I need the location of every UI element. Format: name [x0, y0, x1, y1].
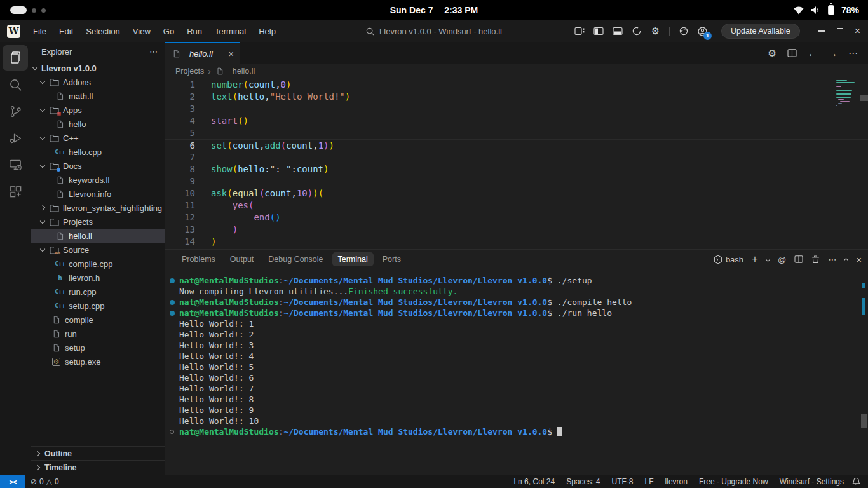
code-line-6[interactable]: 6set(count,add(count,1)) — [165, 139, 868, 151]
menu-item-edit[interactable]: Edit — [53, 27, 79, 36]
code-line-12[interactable]: 12 end() — [165, 212, 868, 224]
tree-item-compile-cpp[interactable]: C++compile.cpp — [31, 257, 165, 271]
system-clock[interactable]: Sun Dec 7 2:33 PM — [0, 5, 868, 15]
code-line-7[interactable]: 7 — [165, 151, 868, 163]
code-line-9[interactable]: 9 — [165, 175, 868, 187]
status-item-ln-6-col-24[interactable]: Ln 6, Col 24 — [508, 477, 560, 486]
code-line-11[interactable]: 11 yes( — [165, 200, 868, 212]
activity-item-remote-explorer[interactable] — [3, 152, 28, 177]
activity-item-explorer[interactable] — [3, 45, 28, 71]
tree-item-hello-cpp[interactable]: C++hello.cpp — [31, 145, 165, 159]
panel-tab-terminal[interactable]: Terminal — [332, 252, 374, 266]
terminal-profile-chevron-icon[interactable] — [766, 257, 770, 261]
customize-layout-icon[interactable] — [574, 26, 585, 37]
new-terminal-icon[interactable]: + — [752, 253, 758, 266]
status-item-free-upgrade-now[interactable]: Free - Upgrade Now — [693, 477, 774, 486]
tab-close-icon[interactable]: × — [228, 48, 234, 59]
tree-item-hello-ll[interactable]: hello.ll — [31, 229, 165, 243]
code-editor[interactable]: 1number(count,0)2text(hello,"Hello World… — [165, 78, 868, 249]
tab-hello-ll[interactable]: hello.ll × — [165, 42, 240, 64]
menu-item-help[interactable]: Help — [252, 27, 282, 36]
tree-item-llevron-h[interactable]: hllevron.h — [31, 271, 165, 285]
settings-gear-icon[interactable]: ⚙ — [650, 26, 661, 37]
command-decoration-filled[interactable] — [170, 311, 175, 316]
sidebar-more-actions-icon[interactable]: ⋯ — [149, 47, 158, 57]
navigate-back-icon[interactable]: ← — [808, 48, 817, 58]
command-decoration-hollow[interactable] — [170, 430, 174, 434]
menu-item-terminal[interactable]: Terminal — [208, 27, 252, 36]
tree-item-docs[interactable]: Docs — [31, 159, 165, 173]
menu-item-selection[interactable]: Selection — [79, 27, 126, 36]
panel-tab-debug-console[interactable]: Debug Console — [262, 252, 329, 266]
toggle-panel-icon[interactable] — [612, 26, 623, 37]
tree-item-apps[interactable]: ▦Apps — [31, 103, 165, 117]
account-icon[interactable]: 1 — [697, 26, 708, 37]
menu-item-run[interactable]: Run — [180, 27, 208, 36]
tree-item-addons[interactable]: Addons — [31, 75, 165, 89]
sync-swoosh-icon[interactable] — [678, 26, 689, 37]
command-decoration-filled[interactable] — [170, 300, 175, 305]
status-item-windsurf-settings[interactable]: Windsurf - Settings — [774, 477, 850, 486]
breadcrumb-folder[interactable]: Projects — [175, 67, 204, 76]
tree-item-llevron-info[interactable]: Llevron.info — [31, 187, 165, 201]
minimize-button[interactable] — [818, 30, 825, 32]
terminal-output[interactable]: nat@MentalMudStudios:~/Documents/Mental … — [165, 269, 868, 475]
sidebar-section-timeline[interactable]: Timeline — [31, 461, 165, 475]
split-terminal-icon[interactable] — [794, 255, 803, 263]
menu-item-view[interactable]: View — [126, 27, 157, 36]
kill-terminal-icon[interactable] — [811, 255, 820, 264]
attach-context-icon[interactable]: @ — [778, 255, 786, 264]
terminal-instance[interactable]: bash — [714, 255, 743, 264]
panel-tab-ports[interactable]: Ports — [377, 252, 407, 266]
tree-item-compile[interactable]: compile — [31, 313, 165, 327]
tree-item-source[interactable]: </>Source — [31, 243, 165, 257]
breadcrumb-file[interactable]: hello.ll — [233, 67, 255, 76]
menu-item-go[interactable]: Go — [157, 27, 180, 36]
code-line-1[interactable]: 1number(count,0) — [165, 79, 868, 91]
tree-item-setup[interactable]: setup — [31, 341, 165, 355]
navigate-forward-icon[interactable]: → — [828, 48, 837, 58]
command-center[interactable]: Llevron v1.0.0 - Windsurf - hello.ll — [358, 25, 510, 38]
sidebar-section-outline[interactable]: Outline — [31, 447, 165, 461]
tree-item-setup-exe[interactable]: ⚙setup.exe — [31, 355, 165, 369]
activity-item-source-control[interactable] — [3, 98, 28, 124]
editor-settings-gear-icon[interactable]: ⚙ — [768, 48, 776, 59]
tree-item-run-cpp[interactable]: C++run.cpp — [31, 285, 165, 299]
activity-item-search[interactable] — [3, 72, 28, 97]
activity-item-run-debug[interactable] — [3, 125, 28, 151]
panel-more-actions-icon[interactable]: ⋯ — [828, 255, 836, 264]
tree-item-setup-cpp[interactable]: C++setup.cpp — [31, 299, 165, 313]
code-line-4[interactable]: 4start() — [165, 115, 868, 127]
tree-item-c[interactable]: C++ — [31, 131, 165, 145]
split-editor-icon[interactable] — [787, 49, 797, 57]
status-item-llevron[interactable]: llevron — [660, 477, 693, 486]
status-item-spaces-4[interactable]: Spaces: 4 — [560, 477, 606, 486]
code-line-3[interactable]: 3 — [165, 103, 868, 115]
maximize-button[interactable] — [837, 28, 843, 34]
code-line-10[interactable]: 10ask(equal(count,10))( — [165, 187, 868, 200]
editor-more-actions-icon[interactable]: ⋯ — [848, 48, 858, 59]
panel-tab-problems[interactable]: Problems — [176, 252, 221, 266]
command-decoration-filled[interactable] — [170, 278, 175, 283]
code-line-8[interactable]: 8show(hello:": ":count) — [165, 163, 868, 175]
windsurf-logo[interactable]: W — [7, 25, 20, 38]
tree-item-keywords-ll[interactable]: keywords.ll — [31, 173, 165, 187]
code-line-13[interactable]: 13 ) — [165, 224, 868, 236]
tree-item-hello[interactable]: hello — [31, 117, 165, 131]
tree-item-root[interactable]: Llevron v1.0.0 — [31, 61, 165, 75]
problems-status[interactable]: ⊘ 0 △ 0 — [25, 477, 64, 486]
bell-icon[interactable] — [850, 477, 868, 486]
cascade-icon[interactable] — [631, 26, 642, 37]
close-button[interactable]: × — [855, 28, 860, 34]
tree-item-projects[interactable]: Projects — [31, 215, 165, 229]
code-line-2[interactable]: 2text(hello,"Hello World!") — [165, 91, 868, 103]
close-panel-icon[interactable]: × — [856, 254, 862, 265]
status-item-utf-8[interactable]: UTF-8 — [606, 477, 639, 486]
code-line-14[interactable]: 14) — [165, 236, 868, 248]
remote-indicator[interactable]: >< — [0, 475, 25, 488]
maximize-panel-icon[interactable] — [844, 258, 848, 262]
tree-item-math-ll[interactable]: math.ll — [31, 89, 165, 103]
status-item-lf[interactable]: LF — [639, 477, 660, 486]
toggle-sidebar-icon[interactable] — [593, 26, 604, 37]
tree-item-llevron-syntax-highlighting[interactable]: llevron_syntax_highlighting — [31, 201, 165, 215]
